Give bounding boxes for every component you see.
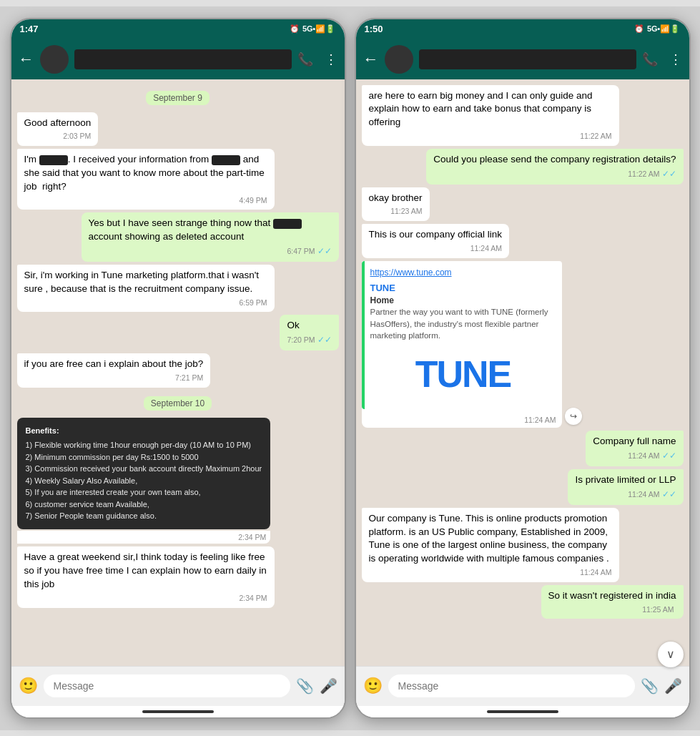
ticks-r7: ✓✓ <box>662 489 676 501</box>
benefits-item-3: 3) Commission received your bank account… <box>26 463 262 475</box>
menu-icon-left[interactable]: ⋮ <box>325 51 337 67</box>
msg-r7: Is private limited or LLP 11:24 AM ✓✓ <box>568 469 683 505</box>
msg-m1: Good afternoon 2:03 PM <box>17 112 99 147</box>
ticks-m3: ✓✓ <box>317 245 332 257</box>
input-bar-right: 🙂 📎 🎤 <box>356 666 689 706</box>
msg-time-r6: 11:24 AM ✓✓ <box>593 450 676 462</box>
msg-r6: Company full name 11:24 AM ✓✓ <box>586 431 683 466</box>
status-bar-left: 1:47 ⏰ 5G▪️📶🔋 <box>11 19 345 39</box>
ticks-m5: ✓✓ <box>317 334 332 346</box>
alarm-icon: ⏰ <box>290 24 300 34</box>
msg-time-r2: 11:22 AM ✓✓ <box>433 168 676 180</box>
home-bar-right <box>487 710 558 713</box>
phone-right: 1:50 ⏰ 5G▪️📶🔋 ← 📞 ⋮ are here to earn big… <box>355 18 691 719</box>
phone-icon-left[interactable]: 📞 <box>297 51 313 67</box>
emoji-icon-left[interactable]: 🙂 <box>19 677 38 695</box>
msg-time-m5: 7:20 PM ✓✓ <box>287 334 331 346</box>
link-url[interactable]: https://www.tune.com <box>370 267 556 279</box>
signal-icons-r: 5G▪️📶🔋 <box>647 24 681 34</box>
link-title: TUNE <box>370 282 556 295</box>
chat-area-right: are here to earn big money and I can onl… <box>356 79 689 666</box>
benefits-item-6: 6) customer service team Available, <box>26 499 262 511</box>
msg-r4: This is our company official link 11:24 … <box>362 224 510 258</box>
avatar-right <box>385 45 413 74</box>
mic-icon-right[interactable]: 🎤 <box>664 677 682 695</box>
msg-time-m4: 6:59 PM <box>24 298 267 308</box>
msg-m4: Sir, i'm working in Tune marketing platf… <box>17 265 275 312</box>
header-icons-right: 📞 ⋮ <box>642 51 682 67</box>
msg-m8: Have a great weekend sir,I think today i… <box>17 546 275 607</box>
msg-link-card: https://www.tune.com TUNE Home Partner t… <box>362 261 562 428</box>
msg-time-m1: 2:03 PM <box>24 131 92 142</box>
home-indicator-right <box>356 706 689 717</box>
msg-r3: okay brother 11:23 AM <box>362 187 430 222</box>
home-bar-left <box>142 710 214 713</box>
tune-logo: TUNE <box>370 341 556 403</box>
scroll-down-button[interactable]: ∨ <box>658 642 684 667</box>
msg-time-benefits: 2:34 PM <box>17 531 271 544</box>
link-subtitle: Home <box>370 295 556 307</box>
menu-icon-right[interactable]: ⋮ <box>669 51 682 67</box>
msg-time-m6: 7:21 PM <box>24 373 204 383</box>
msg-time-r8: 11:24 AM <box>369 567 612 578</box>
msg-time-m2: 4:49 PM <box>24 195 267 206</box>
msg-time-m8: 2:34 PM <box>24 593 267 604</box>
ticks-r6: ✓✓ <box>662 450 676 462</box>
status-icons-right: ⏰ 5G▪️📶🔋 <box>634 24 681 34</box>
link-card-time: 11:24 AM <box>362 412 562 428</box>
msg-r9: So it wasn't registered in india 11:25 A… <box>541 585 684 619</box>
benefits-item-4: 4) Weekly Salary Also Available, <box>26 475 262 487</box>
message-input-right[interactable] <box>388 674 635 697</box>
date-sep-sep9: September 9 <box>17 91 339 104</box>
benefits-item-2: 2) Minimum commission per day Rs:1500 to… <box>26 451 262 463</box>
msg-time-r7: 11:24 AM ✓✓ <box>575 489 676 501</box>
benefits-item-5: 5) If you are interested create your own… <box>26 486 262 499</box>
contact-name-left <box>74 49 292 69</box>
input-bar-left: 🙂 📎 🎤 <box>11 666 345 706</box>
link-desc: Partner the way you want to with TUNE (f… <box>370 306 556 340</box>
back-button-left[interactable]: ← <box>19 50 34 69</box>
msg-time-r3: 11:23 AM <box>369 206 423 217</box>
msg-m2: I'm . I received your information from a… <box>17 149 275 210</box>
msg-time-m3: 6:47 PM ✓✓ <box>89 245 332 257</box>
msg-r8: Our company is Tune. This is online prod… <box>362 508 619 582</box>
redacted-name <box>39 155 68 165</box>
home-indicator-left <box>11 706 345 717</box>
ticks-r2: ✓✓ <box>662 168 676 180</box>
msg-m6: if you are free can i explain about the … <box>17 353 211 388</box>
chat-header-right: ← 📞 ⋮ <box>356 39 689 79</box>
attach-icon-left[interactable]: 📎 <box>296 677 314 695</box>
benefits-card: Benefits: 1) Flexible working time 1hour… <box>17 418 271 529</box>
emoji-icon-right[interactable]: 🙂 <box>363 677 383 695</box>
date-sep-sep10: September 10 <box>17 396 339 409</box>
time-left: 1:47 <box>20 24 39 34</box>
benefits-item-1: 1) Flexible working time 1hour enough pe… <box>26 439 262 451</box>
screenshot-container: 1:47 ⏰ 5G▪️📶🔋 ← 📞 ⋮ September 9 Good af <box>0 6 700 730</box>
mic-icon-left[interactable]: 🎤 <box>320 677 337 695</box>
message-input-left[interactable] <box>44 674 290 697</box>
status-bar-right: 1:50 ⏰ 5G▪️📶🔋 <box>356 19 689 39</box>
forward-button[interactable]: ↪ <box>565 408 582 425</box>
msg-m5: Ok 7:20 PM ✓✓ <box>280 315 338 350</box>
alarm-icon-r: ⏰ <box>634 24 644 34</box>
link-preview: https://www.tune.com TUNE Home Partner t… <box>362 261 562 409</box>
phone-icon-right[interactable]: 📞 <box>642 51 658 67</box>
msg-time-r9: 11:25 AM <box>548 604 676 615</box>
status-icons-left: ⏰ 5G▪️📶🔋 <box>290 24 336 34</box>
signal-icons: 5G▪️📶🔋 <box>302 24 336 34</box>
msg-benefits: Benefits: 1) Flexible working time 1hour… <box>17 418 271 544</box>
chat-header-left: ← 📞 ⋮ <box>11 39 345 79</box>
benefits-title: Benefits: <box>26 425 262 437</box>
msg-r1: are here to earn big money and I can onl… <box>362 85 619 146</box>
attach-icon-right[interactable]: 📎 <box>641 677 659 695</box>
back-button-right[interactable]: ← <box>363 50 379 69</box>
contact-name-right <box>419 49 636 69</box>
time-right: 1:50 <box>365 24 383 34</box>
msg-r2: Could you please send the company regist… <box>426 149 683 185</box>
chat-area-left: September 9 Good afternoon 2:03 PM I'm .… <box>11 79 345 666</box>
msg-time-r4: 11:24 AM <box>369 243 503 254</box>
redacted-source <box>212 155 240 165</box>
msg-time-r1: 11:22 AM <box>369 131 612 142</box>
benefits-item-7: 7) Senior People team guidance also. <box>26 510 262 522</box>
phone-left: 1:47 ⏰ 5G▪️📶🔋 ← 📞 ⋮ September 9 Good af <box>10 18 346 719</box>
